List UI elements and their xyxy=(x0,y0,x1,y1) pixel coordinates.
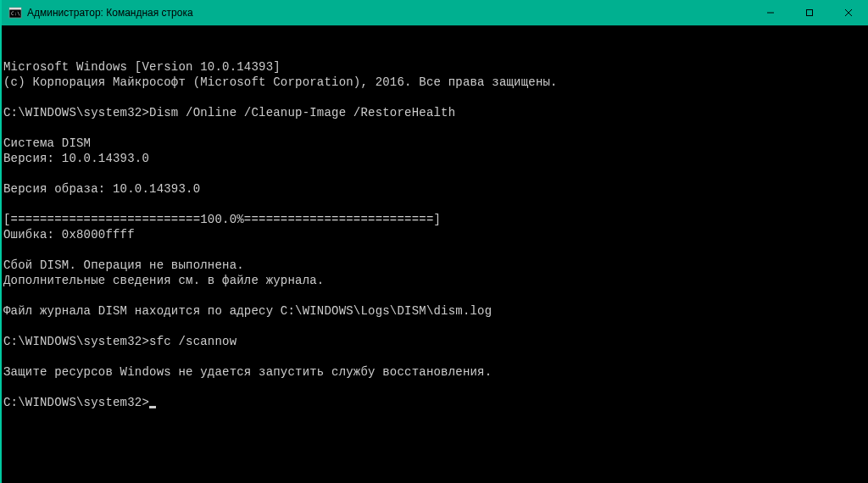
terminal-line: [==========================100.0%=======… xyxy=(3,212,866,227)
terminal-line: C:\WINDOWS\system32> xyxy=(3,395,866,410)
svg-text:C:\: C:\ xyxy=(11,10,20,16)
terminal-line: Microsoft Windows [Version 10.0.14393] xyxy=(3,59,866,75)
window-controls xyxy=(751,0,868,25)
terminal-output[interactable]: Microsoft Windows [Version 10.0.14393](c… xyxy=(2,25,868,444)
terminal-line xyxy=(3,166,866,181)
command-prompt-window: C:\ Администратор: Командная строка Micr… xyxy=(0,0,868,483)
terminal-line xyxy=(3,319,866,334)
terminal-line: Защите ресурсов Windows не удается запус… xyxy=(3,364,866,380)
terminal-line: C:\WINDOWS\system32>sfc /scannow xyxy=(3,334,866,349)
maximize-button[interactable] xyxy=(790,0,829,25)
terminal-line: Сбой DISM. Операция не выполнена. xyxy=(3,258,866,273)
terminal-line xyxy=(3,242,866,258)
titlebar[interactable]: C:\ Администратор: Командная строка xyxy=(2,0,868,25)
terminal-line xyxy=(3,120,866,136)
terminal-line: Ошибка: 0x8000ffff xyxy=(3,227,866,242)
cmd-icon: C:\ xyxy=(8,6,22,19)
terminal-line xyxy=(3,288,866,303)
terminal-line: Cистема DISM xyxy=(3,136,866,151)
terminal-line: Версия образа: 10.0.14393.0 xyxy=(3,181,866,197)
terminal-line: C:\WINDOWS\system32>Dism /Online /Cleanu… xyxy=(3,105,866,120)
terminal-line xyxy=(3,349,866,364)
terminal-line xyxy=(3,90,866,105)
terminal-line: Дополнительные сведения см. в файле журн… xyxy=(3,273,866,288)
svg-rect-4 xyxy=(807,10,813,16)
terminal-line: Версия: 10.0.14393.0 xyxy=(3,151,866,166)
terminal-line xyxy=(3,380,866,395)
close-button[interactable] xyxy=(829,0,868,25)
cursor xyxy=(149,406,156,408)
minimize-button[interactable] xyxy=(751,0,790,25)
window-title: Администратор: Командная строка xyxy=(27,7,751,19)
terminal-line: Файл журнала DISM находится по адресу C:… xyxy=(3,303,866,319)
terminal-line: (c) Корпорация Майкрософт (Microsoft Cor… xyxy=(3,75,866,90)
terminal-line xyxy=(3,197,866,212)
